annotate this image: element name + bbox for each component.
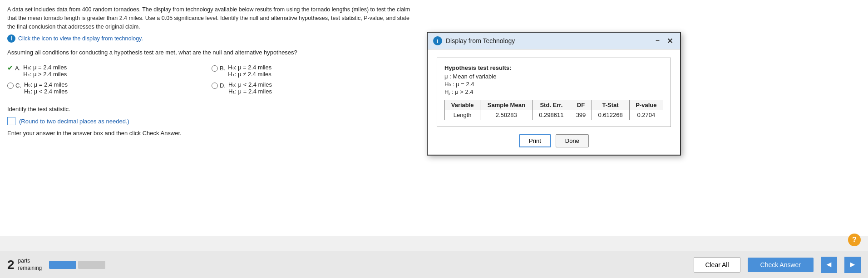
option-a[interactable]: ✔ A. H₀: μ = 2.4 miles H₁: μ > 2.4 miles xyxy=(7,62,212,79)
table-row: Length2.582830.2986113990.6122680.2704 xyxy=(445,110,663,120)
help-button[interactable]: ? xyxy=(848,234,861,246)
table-header-row: Variable Sample Mean Std. Err. DF T-Stat… xyxy=(445,100,663,110)
progress-bar-container xyxy=(49,261,105,269)
dialog-info-icon: i xyxy=(433,36,442,45)
dialog-buttons: Print Done xyxy=(437,134,671,147)
bottom-bar: 2 partsremaining Clear All Check Answer … xyxy=(0,251,868,278)
radio-d[interactable] xyxy=(212,83,218,89)
col-df: DF xyxy=(570,100,592,110)
col-variable: Variable xyxy=(445,100,480,110)
option-b-hypotheses: H₀: μ = 2.4 miles H₁: μ ≠ 2.4 miles xyxy=(228,64,271,78)
option-d-label: D. xyxy=(220,82,226,89)
option-a-label: A. xyxy=(15,65,20,72)
radio-c[interactable] xyxy=(7,83,14,89)
info-icon[interactable]: i xyxy=(7,34,15,43)
option-c-label: C. xyxy=(15,82,21,89)
mu-line: μ : Mean of variable xyxy=(444,73,663,80)
parts-text: partsremaining xyxy=(18,258,42,272)
problem-text: A data set includes data from 400 random… xyxy=(7,5,416,31)
dialog-title-text: Display from Technology xyxy=(446,37,515,44)
option-c[interactable]: C. H₀: μ = 2.4 miles H₁: μ < 2.4 miles xyxy=(7,79,212,97)
print-button[interactable]: Print xyxy=(519,134,551,147)
col-t-stat: T-Stat xyxy=(592,100,629,110)
col-sample-mean: Sample Mean xyxy=(480,100,533,110)
h0-line: H₀ : μ = 2.4 xyxy=(444,81,663,88)
radio-b[interactable] xyxy=(212,65,218,72)
parts-remaining: 2 partsremaining xyxy=(7,258,42,272)
progress-empty xyxy=(78,261,105,269)
option-d-hypotheses: H₀: μ < 2.4 miles H₁: μ = 2.4 miles xyxy=(228,81,272,95)
progress-filled xyxy=(49,261,76,269)
tech-display-box: Hypothesis test results: μ : Mean of var… xyxy=(437,58,671,127)
dialog-overlay: i Display from Technology − ✕ Hypothesis… xyxy=(427,32,681,156)
dialog-body: Hypothesis test results: μ : Mean of var… xyxy=(428,49,680,155)
answer-box[interactable] xyxy=(7,117,15,125)
option-a-hypotheses: H₀: μ = 2.4 miles H₁: μ > 2.4 miles xyxy=(23,64,67,78)
nav-next-button[interactable]: ► xyxy=(844,257,861,273)
info-link[interactable]: Click the icon to view the display from … xyxy=(18,35,143,42)
checkmark-icon: ✔ xyxy=(7,63,13,72)
option-b[interactable]: B. H₀: μ = 2.4 miles H₁: μ ≠ 2.4 miles xyxy=(212,62,416,79)
options-grid: ✔ A. H₀: μ = 2.4 miles H₁: μ > 2.4 miles… xyxy=(7,62,416,97)
option-d[interactable]: D. H₀: μ < 2.4 miles H₁: μ = 2.4 miles xyxy=(212,79,416,97)
nav-prev-button[interactable]: ◄ xyxy=(821,257,837,273)
minimize-button[interactable]: − xyxy=(654,37,661,44)
done-button[interactable]: Done xyxy=(556,134,589,147)
hypothesis-title: Hypothesis test results: xyxy=(444,64,663,71)
question1-text: Assuming all conditions for conducting a… xyxy=(7,49,416,56)
col-std-err: Std. Err. xyxy=(533,100,570,110)
col-p-value: P-value xyxy=(629,100,663,110)
hypothesis-table: Variable Sample Mean Std. Err. DF T-Stat… xyxy=(444,100,663,120)
round-note: (Round to two decimal places as needed.) xyxy=(19,118,129,125)
check-answer-button[interactable]: Check Answer xyxy=(748,258,814,272)
close-button[interactable]: ✕ xyxy=(665,37,675,45)
ha-line: H⁁ : μ > 2.4 xyxy=(444,88,663,95)
dialog-controls: − ✕ xyxy=(654,37,675,45)
option-b-label: B. xyxy=(220,65,225,72)
clear-all-button[interactable]: Clear All xyxy=(694,257,740,273)
option-c-hypotheses: H₀: μ = 2.4 miles H₁: μ < 2.4 miles xyxy=(24,81,68,95)
parts-number: 2 xyxy=(7,258,15,272)
dialog-titlebar: i Display from Technology − ✕ xyxy=(428,33,680,49)
dialog-title-left: i Display from Technology xyxy=(433,36,515,45)
